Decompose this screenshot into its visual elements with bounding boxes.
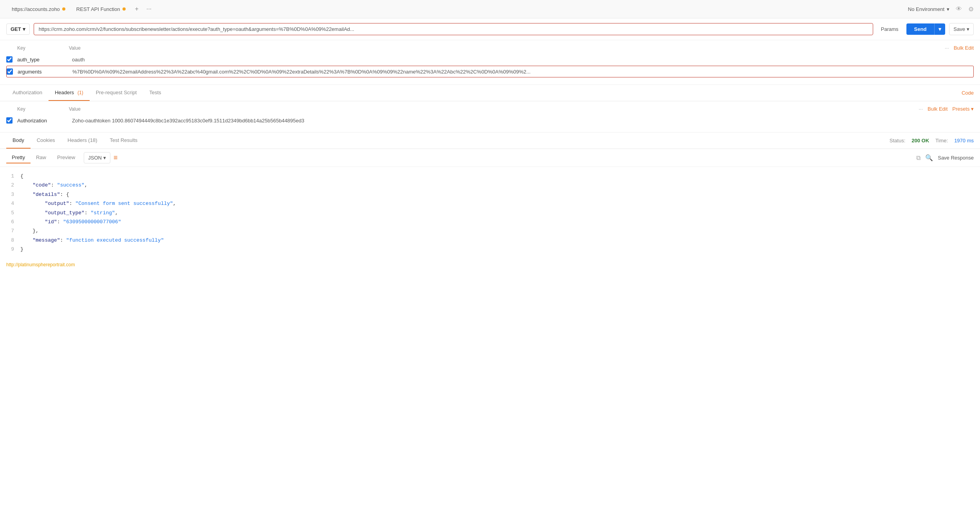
top-bar-right: No Environment ▾ 👁 ⚙ xyxy=(908,5,974,13)
param-auth-type-checkbox[interactable] xyxy=(6,56,13,63)
params-button[interactable]: Params xyxy=(877,24,903,34)
url-bar: GET ▾ Params Send ▾ Save ▾ xyxy=(0,18,980,40)
line-num-6: 6 xyxy=(6,217,14,226)
time-label: Time: xyxy=(935,138,948,144)
params-header-actions: ··· Bulk Edit xyxy=(945,45,974,51)
line-num-7: 7 xyxy=(6,226,14,235)
params-more-icon[interactable]: ··· xyxy=(945,45,949,51)
headers-more-icon[interactable]: ··· xyxy=(919,106,923,112)
json-right-actions: ⧉ 🔍 Save Response xyxy=(916,154,974,161)
tab-rest-api-dot xyxy=(122,7,126,11)
json-format-label: JSON xyxy=(88,155,102,161)
response-tab-headers[interactable]: Headers (18) xyxy=(61,133,104,149)
response-tabs-row: Body Cookies Headers (18) Test Results S… xyxy=(0,133,980,149)
line-content-1: { xyxy=(20,172,974,181)
send-button[interactable]: Send ▾ xyxy=(906,23,946,35)
response-tab-body[interactable]: Body xyxy=(6,133,31,149)
line-5: 5 "output_type": "string", xyxy=(6,208,974,217)
line-num-4: 4 xyxy=(6,199,14,208)
more-tabs-button[interactable]: ··· xyxy=(142,3,155,15)
tab-headers-label: Headers xyxy=(55,90,74,95)
json-format-chevron-icon: ▾ xyxy=(103,155,106,161)
line-num-5: 5 xyxy=(6,208,14,217)
param-arguments-checkbox[interactable] xyxy=(7,68,13,75)
time-value: 1970 ms xyxy=(954,138,974,144)
save-chevron-icon: ▾ xyxy=(967,26,969,32)
method-select[interactable]: GET ▾ xyxy=(6,23,30,35)
line-1: 1 { xyxy=(6,172,974,181)
tab-authorization-label: Authorization xyxy=(13,90,42,95)
param-row-auth-type: auth_type oauth xyxy=(6,54,974,65)
tab-tests-label: Tests xyxy=(149,90,161,95)
line-content-2: "code": "success", xyxy=(20,181,974,190)
line-content-4: "output": "Consent form sent successfull… xyxy=(20,199,974,208)
watermark: http://platinumsphereportrait.com xyxy=(0,259,980,271)
line-num-3: 3 xyxy=(6,190,14,199)
response-status: Status: 200 OK Time: 1970 ms xyxy=(890,138,974,144)
response-tab-body-label: Body xyxy=(13,137,24,143)
line-num-8: 8 xyxy=(6,236,14,245)
save-button[interactable]: Save ▾ xyxy=(949,23,974,35)
json-subtab-raw[interactable]: Raw xyxy=(31,152,52,163)
watermark-text: http://platinumsphereportrait.com xyxy=(6,262,75,267)
headers-bulk-edit-button[interactable]: Bulk Edit xyxy=(928,106,948,112)
json-subtab-pretty-label: Pretty xyxy=(12,154,25,160)
search-icon[interactable]: 🔍 xyxy=(925,154,933,161)
line-content-6: "id": "63095000000077006" xyxy=(20,217,974,226)
tab-authorization[interactable]: Authorization xyxy=(6,85,49,101)
presets-button[interactable]: Presets ▾ xyxy=(952,106,974,112)
params-bulk-edit-button[interactable]: Bulk Edit xyxy=(954,45,974,51)
response-tab-headers-label: Headers (18) xyxy=(68,137,97,143)
header-authorization-key: Authorization xyxy=(17,118,72,124)
line-content-9: } xyxy=(20,245,974,254)
line-content-3: "details": { xyxy=(20,190,974,199)
tab-headers[interactable]: Headers (1) xyxy=(49,85,90,101)
method-label: GET xyxy=(11,26,21,32)
env-selector[interactable]: No Environment ▾ xyxy=(908,6,949,12)
headers-value-header: Value xyxy=(69,106,919,112)
status-value: 200 OK xyxy=(912,138,929,144)
line-num-2: 2 xyxy=(6,181,14,190)
line-2: 2 "code": "success", xyxy=(6,181,974,190)
send-label: Send xyxy=(906,23,935,35)
json-wrap-button[interactable]: ≡ xyxy=(113,154,118,162)
tab-rest-api-label: REST API Function xyxy=(76,6,120,12)
tab-accounts-label: https://accounts.zoho xyxy=(12,6,60,12)
send-dropdown-icon[interactable]: ▾ xyxy=(934,23,945,35)
json-subtab-preview[interactable]: Preview xyxy=(52,152,81,163)
line-7: 7 }, xyxy=(6,226,974,235)
code-button[interactable]: Code xyxy=(962,90,974,96)
tab-tests[interactable]: Tests xyxy=(143,85,167,101)
response-tab-cookies[interactable]: Cookies xyxy=(31,133,61,149)
copy-icon[interactable]: ⧉ xyxy=(916,154,921,161)
params-header: Key Value ··· Bulk Edit xyxy=(6,43,974,54)
gear-icon[interactable]: ⚙ xyxy=(968,5,974,13)
json-format-select[interactable]: JSON ▾ xyxy=(84,152,110,163)
json-subtab-pretty[interactable]: Pretty xyxy=(6,152,31,163)
url-input[interactable] xyxy=(34,23,873,35)
header-authorization-checkbox[interactable] xyxy=(6,117,13,124)
response-tab-test-results-label: Test Results xyxy=(110,137,137,143)
tab-accounts[interactable]: https://accounts.zoho xyxy=(6,4,71,14)
json-subtabs: Pretty Raw Preview JSON ▾ ≡ ⧉ 🔍 Save Res… xyxy=(0,149,980,167)
line-9: 9 } xyxy=(6,245,974,254)
save-response-button[interactable]: Save Response xyxy=(938,155,974,161)
param-row-arguments: arguments %7B%0D%0A%09%22emailAddress%22… xyxy=(6,66,974,77)
param-arguments-key: arguments xyxy=(18,69,72,75)
add-tab-button[interactable]: + xyxy=(131,3,142,15)
line-8: 8 "message": "function executed successf… xyxy=(6,236,974,245)
tab-rest-api[interactable]: REST API Function xyxy=(71,4,131,14)
headers-actions: ··· Bulk Edit Presets ▾ xyxy=(919,106,974,112)
json-subtab-raw-label: Raw xyxy=(36,154,46,160)
headers-key-header: Key xyxy=(6,106,69,112)
request-tabs-section: Authorization Headers (1) Pre-request Sc… xyxy=(0,85,980,101)
eye-icon[interactable]: 👁 xyxy=(956,5,962,13)
tab-pre-request[interactable]: Pre-request Script xyxy=(90,85,143,101)
tab-headers-badge: (1) xyxy=(76,90,83,95)
line-4: 4 "output": "Consent form sent successfu… xyxy=(6,199,974,208)
response-tab-test-results[interactable]: Test Results xyxy=(103,133,144,149)
method-chevron-icon: ▾ xyxy=(23,26,25,32)
header-authorization-value: Zoho-oauthtoken 1000.8607494449c8bc1e392… xyxy=(72,118,974,124)
line-content-7: }, xyxy=(20,226,974,235)
params-key-header: Key xyxy=(6,45,69,51)
